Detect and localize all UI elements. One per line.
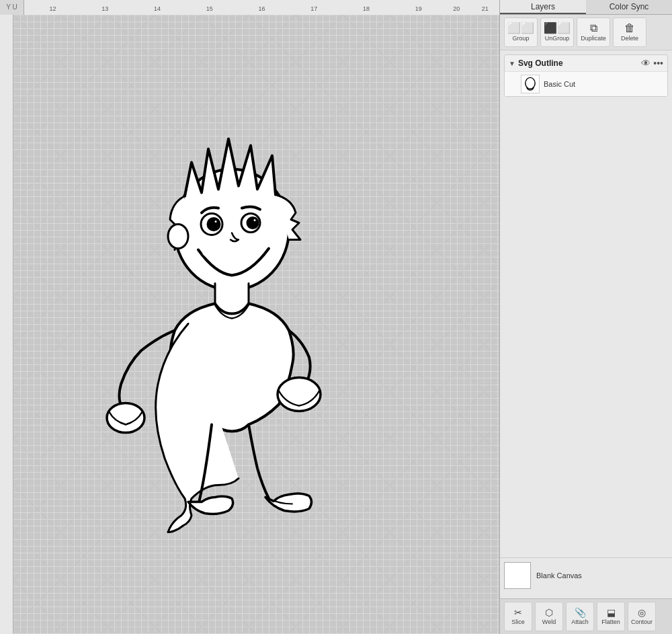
layer-thumbnail [521, 75, 540, 93]
svg-point-10 [526, 77, 535, 89]
attach-button[interactable]: 📎 Attach [566, 602, 594, 631]
attach-icon: 📎 [575, 608, 586, 617]
svg-point-7 [168, 224, 188, 248]
ruler-mark-20: 20 [453, 5, 460, 12]
group-button[interactable]: ⬜⬜ Group [504, 17, 538, 47]
svg-point-3 [214, 219, 218, 223]
corner-label: Y U [6, 3, 17, 11]
ungroup-icon: ⬛⬜ [544, 23, 571, 34]
right-panel: Layers Color Sync ⬜⬜ Group ⬛⬜ UnGroup ⧉ … [499, 0, 672, 634]
delete-button[interactable]: 🗑 Delete [613, 17, 646, 47]
layer-group-name: Svg Outline [518, 58, 638, 68]
slice-icon: ✂ [514, 608, 522, 617]
delete-icon: 🗑 [624, 23, 635, 34]
ruler-mark-18: 18 [363, 5, 370, 12]
eye-icon[interactable]: 👁 [641, 58, 650, 69]
ruler-mark-16: 16 [258, 5, 265, 12]
ruler-mark-15: 15 [206, 5, 213, 12]
ruler-mark-17: 17 [310, 5, 317, 12]
weld-icon: ⬡ [545, 608, 553, 617]
bottom-toolbar: ✂ Slice ⬡ Weld 📎 Attach ⬓ Flatten ◎ Cont… [500, 598, 672, 634]
grid-canvas[interactable] [13, 15, 499, 634]
left-ruler [0, 15, 13, 634]
blank-canvas-label: Blank Canvas [536, 571, 582, 580]
contour-icon: ◎ [638, 608, 646, 617]
ruler-mark-19: 19 [415, 5, 422, 12]
corner-box: Y U [0, 0, 24, 15]
layers-panel[interactable]: ▼ Svg Outline 👁 ••• Basic Cut [500, 50, 672, 557]
horizontal-ruler: 12 13 14 15 16 17 18 19 20 21 [24, 0, 499, 15]
more-icon[interactable]: ••• [653, 58, 663, 69]
ruler-mark-14: 14 [154, 5, 161, 12]
canvas-area: Y U 12 13 14 15 16 17 18 19 20 21 [0, 0, 499, 634]
top-ruler-bar: Y U 12 13 14 15 16 17 18 19 20 21 [0, 0, 499, 15]
flatten-icon: ⬓ [607, 608, 616, 617]
ungroup-button[interactable]: ⬛⬜ UnGroup [540, 17, 574, 47]
svg-point-6 [253, 218, 257, 222]
panel-bottom: Blank Canvas [500, 557, 672, 598]
canvas-content [0, 15, 499, 634]
ruler-mark-13: 13 [101, 5, 108, 12]
duplicate-button[interactable]: ⧉ Duplicate [577, 17, 610, 47]
panel-toolbar: ⬜⬜ Group ⬛⬜ UnGroup ⧉ Duplicate 🗑 Delete [500, 15, 672, 50]
tab-layers[interactable]: Layers [500, 0, 586, 14]
tab-color-sync[interactable]: Color Sync [586, 0, 672, 14]
flatten-button[interactable]: ⬓ Flatten [597, 602, 625, 631]
layer-group-svg-outline: ▼ Svg Outline 👁 ••• Basic Cut [504, 54, 668, 97]
chevron-down-icon: ▼ [509, 60, 515, 67]
layer-group-header[interactable]: ▼ Svg Outline 👁 ••• [505, 55, 667, 71]
layer-label-basic-cut: Basic Cut [544, 80, 575, 88]
tab-header: Layers Color Sync [500, 0, 672, 15]
duplicate-icon: ⧉ [590, 23, 597, 34]
contour-button[interactable]: ◎ Contour [628, 602, 656, 631]
ruler-mark-12: 12 [49, 5, 56, 12]
group-icon: ⬜⬜ [507, 23, 534, 34]
layer-item-basic-cut[interactable]: Basic Cut [505, 71, 667, 96]
slice-button[interactable]: ✂ Slice [504, 602, 532, 631]
svg-image[interactable] [71, 95, 393, 554]
weld-button[interactable]: ⬡ Weld [535, 602, 563, 631]
blank-canvas-row: Blank Canvas [504, 562, 668, 589]
ruler-mark-21: 21 [482, 5, 489, 12]
blank-canvas-thumbnail [504, 562, 531, 589]
